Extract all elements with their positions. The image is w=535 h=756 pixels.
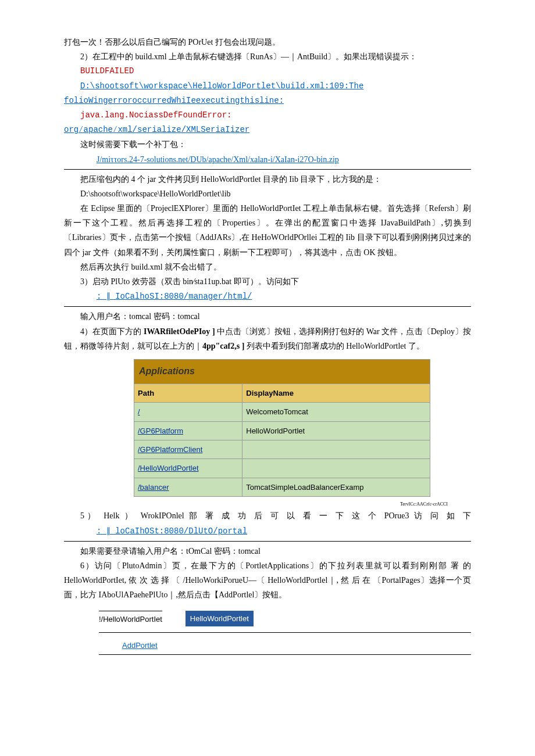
table-row: /HelloWorldPortlet xyxy=(134,459,430,478)
divider xyxy=(64,541,471,542)
error-line-2a: D:\shootsoft\workspace\HelloWorldPortlet… xyxy=(80,79,471,94)
paragraph-3: 这时候需要下载一个补丁包： xyxy=(64,137,471,152)
portlet-dropdown[interactable]: !/HelloWorldPortIet xyxy=(99,611,162,626)
col-display: DisplayName xyxy=(242,384,430,402)
portal-link[interactable]: : ∥ loCaIhOSt:8080/DlUtO/portal xyxy=(97,526,247,536)
table-row: /balancer TomcatSimpleLoadBalancerExamp xyxy=(134,478,430,496)
name-cell: TomcatSimpleLoadBalancerExamp xyxy=(242,478,430,496)
portlet-selected[interactable]: HelloWorldPortlet xyxy=(186,611,254,626)
divider xyxy=(64,169,471,170)
path-cell[interactable]: /GP6PlatformClient xyxy=(134,440,242,458)
paragraph-4: 把压缩包内的 4 个 jar 文件拷贝到 HelloWorldPortlet 目… xyxy=(64,172,471,187)
name-cell: HelloWorldPortlet xyxy=(242,421,430,440)
add-portlet-button[interactable]: AddPortlet xyxy=(122,639,158,652)
paragraph-11: 5） Helk ） WrokIPOnlel 部 署 成 功 后 可 以 看 一 … xyxy=(64,508,471,523)
applications-table: Applications Path DisplayName / Welcomet… xyxy=(134,359,430,497)
portlet-controls: !/HelloWorldPortIet HelloWorldPortlet Ad… xyxy=(99,611,471,655)
paragraph-13: 6）访问〔PlutoAdmin〕页，在最下方的〔PortletApplicati… xyxy=(64,558,471,603)
paragraph-8: 3）启动 PlUto 效劳器（双击 bin∕sta11up.bat 即可）。访问… xyxy=(64,274,471,289)
table-row: /GP6PlatformClient xyxy=(134,440,430,458)
paragraph-5: D:\shootsoft\workspace\HelloWorldPortlet… xyxy=(64,187,471,201)
name-cell xyxy=(242,440,430,458)
paragraph-9: 输入用户名：tomcal 密码：tomcal xyxy=(64,309,471,324)
table-caption: TervICc:AACrfc-crACCI xyxy=(64,500,471,508)
divider xyxy=(64,306,471,307)
name-cell: WelcometoTomcat xyxy=(242,403,430,421)
paragraph-10: 4）在页面下方的 IWARfiletOdePIoy ] 中点击〔浏览〕按钮，选择… xyxy=(64,324,471,353)
path-cell[interactable]: /HelloWorldPortlet xyxy=(134,459,242,478)
table-row: /GP6Platform HelloWorldPortlet xyxy=(134,421,430,440)
paragraph-1: 打包一次！否那么以后自己编写的 POrUet 打包会出现问题。 xyxy=(64,35,471,49)
table-row: / WelcometoTomcat xyxy=(134,403,430,421)
path-cell[interactable]: /balancer xyxy=(134,478,242,496)
error-line-4: org∕apache∕xml/serialize/XMLSeriaIizer xyxy=(64,123,471,137)
error-line-3: java.lang.NociassDefFoundError: xyxy=(80,108,471,123)
manager-link[interactable]: : ∥ IoCalhoSI:8080/manager/html/ xyxy=(97,292,252,301)
paragraph-6: 在 Eclipse 里面的〔ProjeclEXPlorer〕里面的 HelloW… xyxy=(64,201,471,260)
path-cell[interactable]: /GP6Platform xyxy=(134,421,242,440)
path-cell[interactable]: / xyxy=(134,403,242,421)
error-line-1: BUILDFAILED xyxy=(80,64,471,78)
name-cell xyxy=(242,459,430,478)
col-path: Path xyxy=(134,384,242,402)
error-line-2b: folioWingerroroccurredWhiIeexecutingthis… xyxy=(64,94,471,108)
paragraph-12: 如果需要登录请输入用户名：tOmCal 密码：tomcal xyxy=(64,544,471,558)
paragraph-7: 然后再次执行 build.xml 就不会出错了。 xyxy=(64,260,471,274)
patch-link[interactable]: J/miττors.24-7-solutions.net/DUb/apache/… xyxy=(97,155,339,164)
table-title: Applications xyxy=(134,359,430,384)
paragraph-2: 2）在工程中的 build.xml 上单击鼠标右键选择〔RunAs〕—｜AntB… xyxy=(64,49,471,64)
